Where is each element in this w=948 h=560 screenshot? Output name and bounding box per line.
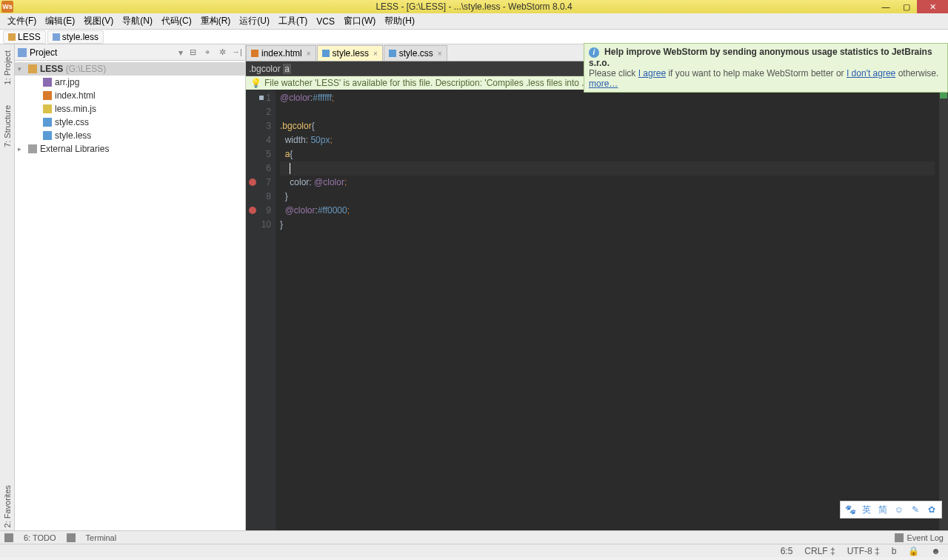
less-icon xyxy=(322,50,330,57)
project-tree: ▾ LESS (G:\LESS) arr.jpg index.html less… xyxy=(15,61,245,157)
html-icon xyxy=(251,50,258,57)
image-icon xyxy=(43,78,52,87)
tab-style-css[interactable]: style.css× xyxy=(384,45,447,61)
folder-icon xyxy=(8,33,16,41)
title-bar: Ws LESS - [G:\LESS] - ...\style.less - W… xyxy=(0,0,948,13)
close-tab-icon[interactable]: × xyxy=(373,50,378,58)
ime-btn-2[interactable]: 简 xyxy=(876,503,889,516)
close-tab-icon[interactable]: × xyxy=(307,50,311,58)
menu-tools[interactable]: 工具(T) xyxy=(274,13,312,29)
notif-title: Help improve WebStorm by sending anonymo… xyxy=(589,47,932,68)
tree-item-styleless[interactable]: style.less xyxy=(15,129,245,142)
menu-bar: 文件(F) 编辑(E) 视图(V) 导航(N) 代码(C) 重构(R) 运行(U… xyxy=(0,13,948,30)
bulb-icon: 💡 xyxy=(250,78,261,88)
info-icon: i xyxy=(589,47,599,58)
tree-root[interactable]: ▾ LESS (G:\LESS) xyxy=(15,62,245,76)
project-dropdown-icon[interactable]: ▾ xyxy=(178,47,183,58)
minimize-button[interactable]: — xyxy=(875,0,896,13)
file-encoding[interactable]: UTF-8 ‡ xyxy=(844,546,883,556)
lock-icon[interactable]: 🔒 xyxy=(905,546,922,556)
menu-file[interactable]: 文件(F) xyxy=(3,13,41,29)
html-icon xyxy=(43,91,52,100)
code-area[interactable]: 12345678910 @clolor:#ffffff;.bgcolor{ wi… xyxy=(246,90,948,530)
app-logo-icon: Ws xyxy=(1,1,13,13)
crumb-root-label: LESS xyxy=(18,32,41,42)
expand-icon[interactable]: ▾ xyxy=(18,65,25,73)
menu-vcs[interactable]: VCS xyxy=(312,15,339,28)
crumb-file[interactable]: style.less xyxy=(47,30,104,44)
bottom-tool-bar: 6: TODO Terminal Event Log xyxy=(0,530,948,544)
terminal-tab[interactable]: Terminal xyxy=(86,533,117,542)
menu-window[interactable]: 窗口(W) xyxy=(339,13,380,29)
eventlog-tab[interactable]: Event Log xyxy=(907,533,944,542)
expand-icon[interactable]: ▸ xyxy=(18,145,25,153)
todo-tab[interactable]: 6: TODO xyxy=(24,533,56,542)
menu-view[interactable]: 视图(V) xyxy=(79,13,118,29)
eventlog-icon xyxy=(895,533,904,542)
project-header-label: Project xyxy=(30,47,178,58)
project-panel: Project ▾ ⊟ ⌖ ✲ →| ▾ LESS (G:\LESS) arr.… xyxy=(15,44,246,530)
ime-btn-4[interactable]: ✎ xyxy=(909,503,922,516)
hide-panel-icon[interactable]: →| xyxy=(232,47,242,58)
insert-mode[interactable]: b xyxy=(889,546,900,556)
scroll-from-icon[interactable]: ⌖ xyxy=(202,47,213,58)
js-icon xyxy=(43,104,52,113)
sidetab-favorites[interactable]: 2: Favorites xyxy=(3,482,12,530)
disagree-link[interactable]: I don't agree xyxy=(847,68,895,79)
css-icon xyxy=(389,50,396,57)
tree-external-libs[interactable]: ▸ External Libraries xyxy=(15,142,245,156)
left-tool-strip: 1: Project 7: Structure 2: Favorites xyxy=(0,44,15,530)
close-tab-icon[interactable]: × xyxy=(438,50,442,58)
file-watcher-msg: File watcher 'LESS' is available for thi… xyxy=(264,78,618,88)
tree-item-stylecss[interactable]: style.css xyxy=(15,116,245,129)
ime-btn-5[interactable]: ✿ xyxy=(925,503,938,516)
crumb-file-label: style.less xyxy=(62,32,99,42)
status-bar: 6:5 CRLF ‡ UTF-8 ‡ b 🔒 ☻ xyxy=(0,544,948,557)
tree-item-arr[interactable]: arr.jpg xyxy=(15,76,245,89)
menu-help[interactable]: 帮助(H) xyxy=(380,13,419,29)
file-icon xyxy=(53,33,60,41)
tree-item-lessmin[interactable]: less.min.js xyxy=(15,102,245,116)
library-icon xyxy=(28,144,37,153)
error-stripe[interactable] xyxy=(939,90,948,530)
project-icon xyxy=(18,48,27,57)
menu-nav[interactable]: 导航(N) xyxy=(118,13,157,29)
code-content[interactable]: @clolor:#ffffff;.bgcolor{ width: 50px; a… xyxy=(276,90,939,530)
agree-link[interactable]: I agree xyxy=(638,68,666,79)
ime-btn-0[interactable]: 🐾 xyxy=(844,503,857,516)
tab-index-html[interactable]: index.html× xyxy=(246,45,316,61)
sidetab-structure[interactable]: 7: Structure xyxy=(3,102,12,150)
tree-item-index[interactable]: index.html xyxy=(15,89,245,102)
more-link[interactable]: more… xyxy=(589,79,618,89)
menu-run[interactable]: 运行(U) xyxy=(235,13,274,29)
window-title: LESS - [G:\LESS] - ...\style.less - WebS… xyxy=(375,1,572,12)
menu-edit[interactable]: 编辑(E) xyxy=(41,13,79,29)
line-separator[interactable]: CRLF ‡ xyxy=(801,546,838,556)
ime-btn-3[interactable]: ☺ xyxy=(892,503,906,516)
project-header: Project ▾ ⊟ ⌖ ✲ →| xyxy=(15,44,245,61)
tab-style-less[interactable]: style.less× xyxy=(317,45,383,61)
editor-area: index.html× style.less× style.css× .bgco… xyxy=(246,44,948,530)
cursor-position: 6:5 xyxy=(778,546,796,556)
close-button[interactable]: ✕ xyxy=(917,0,948,13)
settings-gear-icon[interactable]: ✲ xyxy=(217,47,227,58)
todo-icon xyxy=(4,533,13,542)
menu-code[interactable]: 代码(C) xyxy=(157,13,196,29)
crumb-root[interactable]: LESS xyxy=(3,30,46,44)
menu-refactor[interactable]: 重构(R) xyxy=(196,13,236,29)
ime-toolbar: 🐾 英 简 ☺ ✎ ✿ xyxy=(840,501,942,519)
line-gutter[interactable]: 12345678910 xyxy=(246,90,276,530)
nav-breadcrumb-bar: LESS style.less i Help improve WebStorm … xyxy=(0,30,948,44)
collapse-all-icon[interactable]: ⊟ xyxy=(187,47,198,58)
less-icon xyxy=(43,131,52,140)
css-icon xyxy=(43,118,52,127)
terminal-icon xyxy=(67,533,76,542)
sidetab-project[interactable]: 1: Project xyxy=(3,47,12,87)
ime-btn-1[interactable]: 英 xyxy=(860,503,873,516)
hector-icon[interactable]: ☻ xyxy=(928,546,944,556)
maximize-button[interactable]: ▢ xyxy=(896,0,917,13)
usage-stats-notification: i Help improve WebStorm by sending anony… xyxy=(584,43,948,93)
folder-icon xyxy=(28,64,37,73)
